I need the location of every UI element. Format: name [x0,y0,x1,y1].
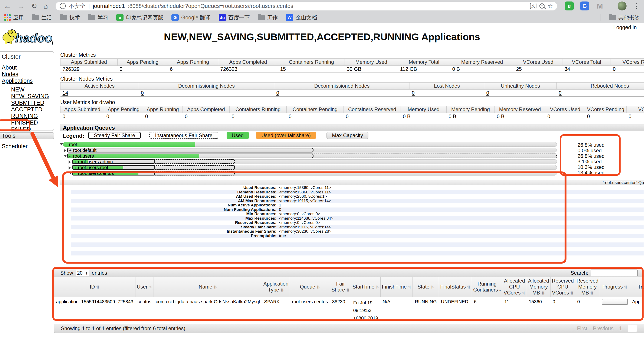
queue-bar-root-users-root[interactable]: +root.users.root [72,165,557,170]
reload-icon[interactable]: ↻ [31,2,37,10]
queue-bar-root-users-centos[interactable]: -root.users.centos [72,171,557,176]
sidebar-cluster-header[interactable]: Cluster [2,53,54,62]
evernote-extension-icon[interactable]: e [565,2,574,11]
sort-icon[interactable]: ⇅ [430,285,434,289]
expand-arrow-icon[interactable] [68,166,71,170]
sidebar-item-failed[interactable]: FAILED [11,126,54,133]
sort-icon[interactable]: ⇅ [467,285,470,289]
pagination-page-1[interactable]: 1 [619,325,622,331]
column-header-application-type[interactable]: Application Type⇅ [262,277,290,297]
column-header-state[interactable]: State⇅ [413,277,439,297]
forward-icon[interactable]: → [18,2,25,10]
sort-icon[interactable]: ⇅ [541,291,545,295]
column-header-allocated-cpu-vcores[interactable]: Allocated CPU VCores⇅ [502,277,527,297]
table-controls-bar: Show 20 ▲▼ entries Search: [54,269,644,277]
sidebar-item-accepted[interactable]: ACCEPTED [11,106,54,113]
sidebar-item-new[interactable]: NEW [11,86,54,93]
address-bar[interactable]: i 不安全 | journalnode1 :8088/cluster/sched… [56,2,557,11]
column-header-reserved-memory-mb[interactable]: Reserved Memory MB⇅ [575,277,600,297]
back-icon[interactable]: ← [4,2,11,10]
column-header-user[interactable]: User⇅ [136,277,154,297]
gray-extension-icon[interactable]: M [596,2,604,11]
bookmark-star-icon[interactable]: ☆ [548,3,553,10]
sort-icon[interactable]: ⇅ [376,285,379,289]
sort-icon[interactable]: ⇅ [316,285,320,289]
rebooted-nodes-link[interactable]: 0 [559,90,562,96]
column-header-allocated-memory-mb[interactable]: Allocated Memory MB⇅ [527,277,550,297]
expand-arrow-icon[interactable] [64,155,67,157]
menu-dots-icon[interactable]: ⋮ [633,2,640,10]
column-header-finishtime[interactable]: FinishTime⇅ [380,277,413,297]
pagination-previous[interactable]: Previous [593,325,614,331]
bookmark-folder-work[interactable]: 工作 [258,14,278,21]
expand-arrow-icon[interactable] [68,160,71,164]
bookmark-apps[interactable]: 应用 [4,14,24,21]
column-header-finalstatus[interactable]: FinalStatus⇅ [439,277,472,297]
bookmark-google-translate[interactable]: G Google 翻译 [172,14,210,21]
queue-bar-root[interactable]: -root [63,142,557,147]
unhealthy-nodes-link[interactable]: 0 [486,90,489,96]
sidebar-tools-header[interactable]: Tools [0,132,54,139]
bookmark-folder-tech[interactable]: 技术 [60,14,80,21]
sort-desc-icon[interactable]: ▾ [499,288,501,292]
column-header-running-containers[interactable]: Running Containers▾ [472,277,502,297]
decommissioned-nodes-link[interactable]: 0 [276,90,279,96]
sort-icon[interactable]: ⇅ [590,291,594,295]
sidebar-item-nodes[interactable]: Nodes [2,71,54,78]
sidebar-item-new-saving[interactable]: NEW_SAVING [11,93,54,100]
application-master-link[interactable]: ApplicationMaster [632,299,644,304]
bookmark-baidu[interactable]: du 百度一下 [219,14,250,21]
sort-icon[interactable]: ⇅ [214,285,217,289]
bookmark-wps-docs[interactable]: W 金山文档 [286,14,317,21]
queue-bar-root-users[interactable]: -root.users [67,153,557,158]
column-header-reserved-cpu-vcores[interactable]: Reserved CPU VCores⇅ [550,277,575,297]
search-input[interactable] [591,270,638,276]
decommissioning-nodes-link[interactable]: 0 [141,90,144,96]
application-id-link[interactable]: application_1555914483509_725843 [56,299,133,304]
queue-bar-root-default[interactable]: +root.default [67,148,557,152]
pagination-first[interactable]: First [577,325,587,331]
sort-icon[interactable]: ⇅ [280,288,284,292]
sort-icon[interactable]: ⇅ [408,285,412,289]
queue-bar-root-users-admin[interactable]: +root.users.admin [72,159,557,164]
sidebar-item-submitted[interactable]: SUBMITTED [11,100,54,106]
column-header-id[interactable]: ID⇅ [54,277,136,297]
page-size-select[interactable]: 20 ▲▼ [76,270,89,276]
sort-icon[interactable]: ⇅ [624,285,628,289]
column-header-fair-share[interactable]: Fair Share⇅ [330,277,351,297]
cell: 14 [60,90,139,97]
sort-icon[interactable]: ⇅ [346,288,350,292]
bookmark-folder-life[interactable]: 生活 [32,14,52,21]
lost-nodes-link[interactable]: 0 [412,90,415,96]
active-nodes-link[interactable]: 14 [62,90,68,96]
translate-page-icon[interactable]: 文 [530,3,536,9]
info-icon[interactable]: i [60,3,66,9]
other-bookmarks[interactable]: 其他书签 [609,14,640,21]
column-header-tracking-ui[interactable]: Tracking UI [630,277,644,297]
home-icon[interactable]: ⌂ [44,2,48,10]
expand-arrow-icon[interactable] [64,149,66,152]
detail-row: Num Active Applications:1 [71,203,644,208]
sidebar-item-about[interactable]: About [2,64,54,71]
sort-icon[interactable]: ⇅ [149,285,152,289]
table-row: application_1555914483509_725843 centos … [54,297,644,322]
pagination-page-box[interactable] [628,325,637,332]
column-header-queue[interactable]: Queue⇅ [290,277,330,297]
expand-arrow-icon[interactable] [60,143,63,145]
google-translate-extension-icon[interactable]: G [580,2,589,11]
profile-avatar[interactable] [618,2,626,11]
bookmark-evernote[interactable]: e 印象笔记网页版 [116,14,163,21]
column-header-progress[interactable]: Progress⇅ [600,277,630,297]
sort-icon[interactable]: ⇅ [522,291,526,295]
sidebar-item-finished[interactable]: FINISHED [11,119,54,126]
sort-icon[interactable]: ⇅ [570,291,574,295]
bookmark-folder-study[interactable]: 学习 [88,14,108,21]
sidebar-item-running[interactable]: RUNNING [11,113,54,119]
sort-icon[interactable]: ⇅ [96,285,100,289]
expand-arrow-icon[interactable] [68,172,72,174]
zoom-out-icon[interactable] [540,4,544,9]
sidebar-item-applications[interactable]: Applications [2,78,54,84]
column-header-starttime[interactable]: StartTime⇅ [351,277,380,297]
column-header-name[interactable]: Name⇅ [154,277,262,297]
sidebar-item-scheduler[interactable]: Scheduler [2,143,54,150]
